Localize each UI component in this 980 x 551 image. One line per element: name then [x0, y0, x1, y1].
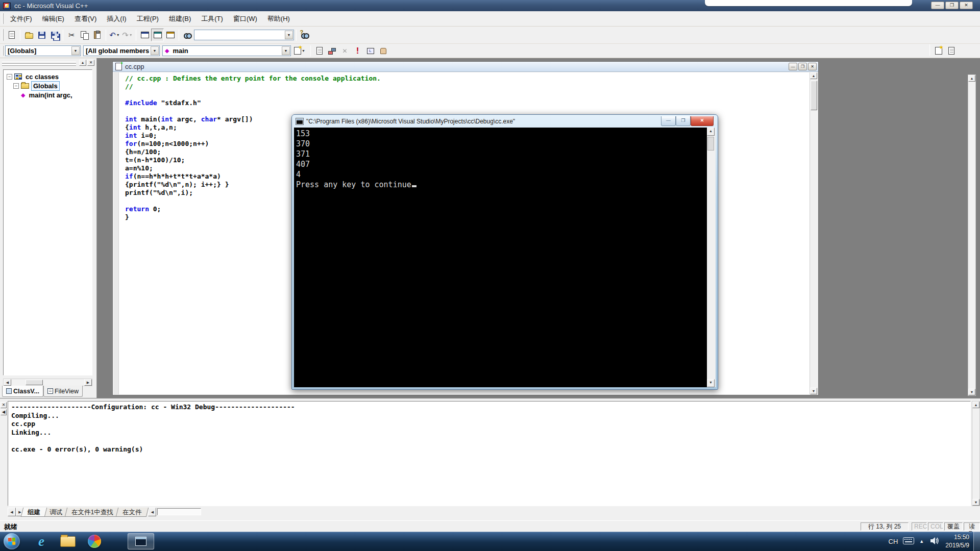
scroll-down-button[interactable]: ▼ [810, 388, 817, 394]
output-toggle-button[interactable] [151, 29, 164, 41]
workspace-tab-fileview[interactable]: FileView [43, 386, 83, 397]
close-button[interactable]: ✕ [960, 2, 973, 9]
scroll-right-button[interactable]: ▶ [84, 379, 92, 386]
scope-combo[interactable]: [Globals] ▼ [5, 45, 81, 56]
copy-button[interactable] [78, 29, 91, 41]
scope-combo-dropdown[interactable]: ▼ [71, 46, 80, 55]
scroll-thumb[interactable] [811, 81, 817, 110]
scroll-down-button[interactable]: ▼ [707, 379, 715, 387]
find-in-files-button[interactable] [181, 29, 194, 41]
editor-title-bar[interactable]: cc.cpp — ❐ ✕ [113, 62, 818, 72]
scroll-up-button[interactable]: ▲ [968, 75, 975, 82]
editor-vscrollbar[interactable]: ▲ ▼ [810, 72, 818, 394]
console-output-area[interactable]: 1533703714074Press any key to continue ▲… [294, 128, 716, 387]
editor-restore-button[interactable]: ❐ [798, 63, 807, 70]
docked-tool-button-2[interactable] [945, 44, 958, 57]
scroll-up-button[interactable]: ▲ [972, 402, 979, 408]
go-debug-button[interactable]: L [364, 44, 377, 57]
redo-button[interactable]: ↷▼ [121, 29, 134, 41]
tabs-more-button[interactable]: ◀ [148, 508, 156, 516]
minimize-button[interactable]: — [931, 2, 944, 9]
panel-close-button[interactable]: ✕ [87, 60, 94, 66]
save-button[interactable] [35, 29, 48, 41]
panel-drag-handle[interactable] [2, 61, 76, 64]
output-close-button[interactable]: ✕ [1, 402, 7, 408]
taskbar-ie-button[interactable]: e [29, 532, 54, 551]
cut-button[interactable]: ✂ [65, 29, 78, 41]
output-tab[interactable]: 在文件1中查找 [65, 508, 120, 517]
new-file-button[interactable] [5, 29, 18, 41]
breakpoint-button[interactable] [377, 44, 389, 57]
taskbar-explorer-button[interactable] [55, 532, 81, 551]
editor-minimize-button[interactable]: — [789, 63, 797, 70]
scroll-thumb[interactable] [26, 380, 43, 385]
editor-close-button[interactable]: ✕ [808, 63, 817, 70]
toolbar-grip[interactable] [2, 29, 4, 41]
members-combo-dropdown[interactable]: ▼ [151, 46, 159, 55]
tabs-scroll-left-button[interactable]: ◀ [8, 508, 16, 516]
menu-item[interactable]: 工程(P) [132, 12, 164, 26]
paste-button[interactable] [91, 29, 104, 41]
output-tab[interactable]: 在文件 [116, 508, 149, 517]
toolbar-grip[interactable] [2, 13, 4, 23]
find-combo-dropdown[interactable]: ▼ [285, 31, 293, 39]
stop-build-button[interactable]: ✕ [338, 44, 351, 57]
taskbar-active-app-button[interactable] [128, 533, 154, 549]
menu-item[interactable]: 帮助(H) [262, 12, 295, 26]
docked-tool-button-1[interactable] [932, 44, 945, 57]
build-output-text[interactable]: --------------------Configuration: cc - … [8, 401, 971, 506]
tree-item[interactable]: ◆main(int argc, [4, 90, 92, 99]
menu-item[interactable]: 工具(T) [196, 12, 228, 26]
window-list-button[interactable] [164, 29, 177, 41]
console-vscrollbar[interactable]: ▲ ▼ [707, 128, 716, 387]
taskbar-media-button[interactable] [82, 532, 107, 551]
toolbar-grip[interactable] [2, 46, 4, 56]
scroll-up-button[interactable]: ▲ [707, 128, 715, 136]
scroll-left-button[interactable]: ◀ [4, 379, 11, 386]
menu-item[interactable]: 窗口(W) [228, 12, 262, 26]
open-file-button[interactable] [22, 29, 35, 41]
compile-button[interactable] [313, 44, 326, 57]
tree-expander-icon[interactable]: − [7, 74, 12, 80]
keyboard-icon[interactable] [903, 537, 914, 546]
restore-button[interactable]: ❐ [945, 2, 959, 9]
console-minimize-button[interactable]: — [661, 116, 676, 126]
scroll-up-button[interactable]: ▲ [810, 72, 817, 79]
scroll-down-button[interactable]: ▼ [972, 499, 979, 506]
function-combo-dropdown[interactable]: ▼ [282, 46, 290, 55]
workspace-toggle-button[interactable] [138, 29, 151, 41]
menu-item[interactable]: 组建(B) [164, 12, 196, 26]
scroll-down-button[interactable]: ▼ [968, 389, 975, 395]
build-button[interactable] [326, 44, 338, 57]
output-vscrollbar[interactable]: ▲ ▼ [972, 401, 980, 506]
workspace-hscrollbar[interactable]: ◀ ▶ [3, 379, 92, 386]
tree-item[interactable]: −cc classes [4, 72, 92, 81]
execute-program-button[interactable]: ! [351, 44, 364, 57]
console-title-bar[interactable]: "C:\Program Files (x86)\Microsoft Visual… [292, 115, 718, 128]
scroll-thumb[interactable] [707, 137, 714, 151]
menu-item[interactable]: 插入(I) [102, 12, 131, 26]
menu-item[interactable]: 编辑(E) [37, 12, 69, 26]
tree-item[interactable]: −Globals [4, 81, 92, 90]
language-indicator[interactable]: CH [889, 538, 898, 545]
show-desktop-button[interactable] [973, 532, 980, 551]
workspace-tab-classv[interactable]: ClassV... [2, 386, 43, 397]
clock[interactable]: 15:50 2019/5/9 [945, 533, 969, 549]
tray-expand-icon[interactable]: ▲ [919, 539, 924, 544]
panel-pin-button[interactable]: ▴ [79, 60, 86, 66]
search-help-button[interactable]: ? [299, 29, 311, 41]
members-combo[interactable]: [All global members ▼ [83, 45, 160, 56]
output-tab[interactable]: 组建 [21, 508, 47, 517]
menu-item[interactable]: 文件(F) [5, 12, 37, 26]
mdi-vscrollbar[interactable]: ▲ ▼ [968, 74, 976, 396]
menu-item[interactable]: 查看(V) [69, 12, 102, 26]
wizard-action-button[interactable]: ▼ [291, 44, 308, 57]
find-combo[interactable]: ▼ [194, 30, 294, 40]
console-close-button[interactable]: ✕ [691, 116, 714, 126]
function-combo[interactable]: ◆ main ▼ [162, 45, 291, 56]
undo-button[interactable]: ↶▼ [108, 29, 121, 41]
save-all-button[interactable] [48, 29, 61, 41]
start-button[interactable] [4, 533, 20, 549]
volume-icon[interactable] [930, 537, 939, 546]
output-dock-button[interactable]: ◀ [1, 409, 7, 415]
